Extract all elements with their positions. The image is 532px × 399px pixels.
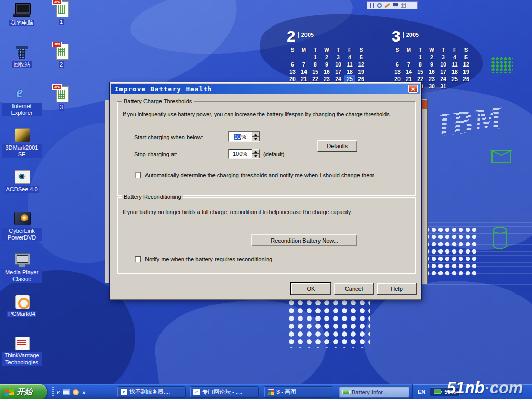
selected-value: 10: [234, 134, 241, 140]
grid-icon: [491, 57, 513, 73]
internet-explorer-icon: [12, 85, 31, 102]
spin-down-button[interactable]: [252, 137, 260, 141]
calendar-month-number: 3: [392, 28, 401, 45]
desktop-icon-internet-explorer[interactable]: Internet Explorer: [2, 85, 42, 125]
jpg-badge: JPG: [52, 0, 62, 5]
spin-up-button[interactable]: [252, 149, 260, 154]
grid-tool-icon[interactable]: [401, 3, 406, 8]
desktop-icon-label: Internet Explorer: [2, 103, 42, 116]
save-icon[interactable]: [393, 3, 398, 8]
calendar-date: 19: [355, 68, 367, 75]
database-cylinder-icon: [493, 227, 507, 249]
wallpaper-dot-grid: [289, 300, 370, 348]
jpg-file-icon: JPG: [52, 0, 71, 18]
51nb-watermark: 51nb·com: [447, 379, 523, 397]
calendar-year: 2005: [298, 32, 314, 38]
recycle-bin-icon: [12, 44, 31, 60]
pcmark04-icon: [12, 293, 31, 310]
calendar-date: 25: [449, 75, 460, 83]
calendar-day-header: F: [449, 47, 460, 54]
desktop-icon-thinkvantage[interactable]: ThinkVantage Technologies: [2, 335, 42, 375]
dialog-titlebar[interactable]: Improve Battery Health ×: [111, 84, 420, 94]
calendar-month-3: 32005SMTWTFS1234567891011121314151617181…: [392, 28, 475, 90]
calendar-day-header: T: [310, 47, 321, 54]
desktop-icon-powerdvd[interactable]: CyberLink PowerDVD: [2, 210, 42, 250]
calendar-month-header: 32005: [392, 28, 475, 46]
notify-reconditioning-checkbox[interactable]: [135, 256, 141, 262]
calendar-date: 8: [415, 61, 426, 68]
jpg-badge: JPG: [52, 84, 62, 90]
improve-battery-health-dialog: Improve Battery Health × Battery Charge …: [109, 82, 422, 300]
spin-up-button[interactable]: [252, 132, 260, 137]
task-ie-forum[interactable]: e专门网论坛 - ....: [190, 386, 259, 398]
calendar-date: 5: [460, 54, 472, 61]
desktop[interactable]: IBM 我的电脑回收站Internet Explorer3DMark2001 S…: [0, 0, 532, 399]
calendar-day-header: S: [355, 47, 367, 54]
calendar-month-header: 22005: [287, 28, 370, 46]
task-label: Battery Infor...: [352, 389, 387, 395]
spin-down-button[interactable]: [252, 154, 260, 158]
background-window-right-edge[interactable]: [422, 99, 428, 284]
ie-page-icon: e: [193, 389, 200, 395]
calendar-date: 6: [287, 61, 298, 68]
capture-region-icon[interactable]: [377, 3, 382, 8]
language-indicator[interactable]: EN: [418, 389, 425, 395]
battery-reconditioning-group: Battery Reconditioning If your battery n…: [117, 197, 415, 273]
desktop-icon-label: PCMark04: [7, 311, 36, 317]
help-button[interactable]: Help: [377, 283, 417, 295]
desktop-icon-pcmark04[interactable]: PCMark04: [2, 293, 42, 333]
calendar-date: 11: [344, 61, 355, 68]
calendar-day-header: W: [426, 47, 437, 54]
calendar-day-header: S: [392, 47, 403, 54]
calendar-date: 12: [355, 61, 367, 68]
spinner-buttons: [252, 149, 260, 158]
pen-icon[interactable]: [384, 3, 390, 7]
capture-handle-icon[interactable]: [370, 3, 375, 8]
calendar-date: 15: [415, 68, 426, 75]
background-window-close-sliver[interactable]: [422, 100, 427, 109]
desktop-icon-jpg-3[interactable]: JPG3: [49, 85, 74, 125]
watermark-suffix: ·com: [484, 379, 523, 397]
calendar-date: 17: [332, 68, 344, 75]
auto-determine-checkbox[interactable]: [135, 172, 141, 178]
stop-charging-spinner[interactable]: 100%: [228, 149, 260, 159]
defaults-button[interactable]: Defaults: [317, 140, 357, 152]
task-paint[interactable]: 3 - 画图: [264, 386, 333, 398]
task-ie-server-not-found[interactable]: e找不到服务器....: [117, 386, 186, 398]
close-icon[interactable]: ×: [408, 85, 418, 93]
watermark-main: 51nb: [447, 379, 484, 397]
start-charging-spinner[interactable]: 10%: [228, 131, 260, 142]
calendar-date: 5: [355, 54, 367, 61]
powerdvd-icon: [12, 210, 31, 227]
desktop-icon-media-player-classic[interactable]: Media Player Classic: [2, 251, 42, 291]
auto-determine-label[interactable]: Automatically determine the charging thr…: [145, 172, 374, 178]
desktop-icon-my-computer[interactable]: 我的电脑: [2, 2, 42, 42]
notify-reconditioning-label[interactable]: Notify me when the battery requires reco…: [145, 256, 272, 262]
calendar-date: 31: [437, 83, 449, 90]
recondition-battery-button[interactable]: Recondition Battery Now...: [251, 234, 357, 246]
calendar-day-header: S: [287, 47, 298, 54]
calendar-date: 14: [403, 68, 415, 75]
calendar-date: 17: [437, 68, 449, 75]
task-battery-information[interactable]: Battery Infor...: [339, 386, 409, 398]
calendar-date: 16: [426, 68, 437, 75]
calendar-date: 9: [321, 61, 332, 68]
desktop-icon-jpg-2[interactable]: JPG2: [49, 43, 74, 83]
calendar-date: 14: [298, 68, 310, 75]
ok-button[interactable]: OK: [291, 283, 331, 295]
stop-charging-value[interactable]: 100%: [229, 149, 251, 158]
desktop-icon-acdsee[interactable]: ACDSee 4.0: [2, 168, 42, 208]
desktop-icon-jpg-1[interactable]: JPG1: [49, 0, 74, 40]
desktop-icon-3dmark2001[interactable]: 3DMark2001 SE: [2, 127, 42, 167]
calendar-empty: [460, 83, 472, 90]
calendar-empty: [392, 54, 403, 61]
start-charging-value[interactable]: 10%: [229, 132, 251, 141]
thresholds-description: If you infrequently use battery power, y…: [123, 111, 391, 117]
capture-toolbar[interactable]: [367, 1, 418, 9]
calendar-date: 9: [426, 61, 437, 68]
desktop-icons-main: 我的电脑回收站Internet Explorer3DMark2001 SEACD…: [2, 2, 42, 375]
cancel-button[interactable]: Cancel: [334, 283, 374, 295]
calendar-month-2: 22005SMTWTFS1234567891011121314151617181…: [287, 28, 370, 90]
calendar-date: 19: [460, 68, 472, 75]
desktop-icon-recycle-bin[interactable]: 回收站: [2, 44, 42, 84]
